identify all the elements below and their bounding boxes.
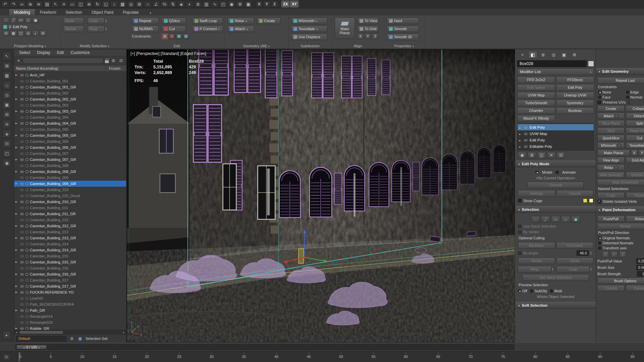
expand-arrow-icon[interactable] — [15, 134, 18, 137]
hide-unselected-button[interactable]: Hide Unselected — [597, 179, 644, 185]
constraint-option[interactable]: Normal — [626, 95, 644, 99]
paint-connect-icon[interactable]: ⊞ — [40, 31, 46, 36]
timeline-tick[interactable]: 20 — [145, 353, 149, 359]
expand-arrow-icon[interactable] — [15, 98, 18, 101]
planar-axis-button[interactable]: X — [631, 149, 638, 156]
conform-brush-icon[interactable]: ◎ — [25, 31, 32, 36]
revert-button[interactable]: Revert — [597, 223, 644, 229]
ribbon-group-label[interactable]: Align — [332, 43, 384, 49]
axis-constraint-button[interactable]: Y — [263, 1, 270, 7]
Carentan_Building_012[interactable]: Carentan_Building_012 — [14, 217, 126, 223]
expand-arrow-icon[interactable] — [15, 249, 18, 251]
ribbon-group-label[interactable]: Properties — [384, 43, 424, 49]
get-stack-selection-button[interactable]: Get Stack Selection — [523, 274, 589, 281]
expand-arrow-icon[interactable] — [15, 158, 18, 161]
filter-helpers-icon[interactable]: ⊞ — [3, 110, 11, 118]
grow-button[interactable]: Grow — [556, 257, 594, 264]
Carentan_Building_013[interactable]: Carentan_Building_013 — [14, 229, 126, 235]
make-unique-icon[interactable]: ◫ — [537, 152, 546, 159]
timeline-tick[interactable]: 70 — [469, 353, 473, 359]
create-button[interactable]: Create — [597, 105, 625, 112]
visibility-icon[interactable] — [20, 308, 24, 313]
modifier-enabled-icon[interactable] — [524, 138, 528, 142]
hide-selected-button[interactable]: Hide Selected — [597, 172, 625, 178]
Carentan_Building_012_GR[interactable]: Carentan_Building_012_GR — [14, 223, 126, 229]
cut-button[interactable]: Cut — [626, 135, 644, 141]
visibility-icon[interactable] — [20, 296, 24, 301]
constraint-option[interactable]: None — [598, 90, 625, 94]
relax-button[interactable]: Relax — [227, 17, 254, 24]
ribbon-tab[interactable]: Populate — [118, 9, 143, 15]
expand-arrow-icon[interactable] — [15, 309, 18, 312]
visibility-icon[interactable] — [20, 158, 24, 162]
cancel-button[interactable]: Cancel — [556, 190, 594, 197]
modifier-preset-button[interactable]: Edit Poly — [556, 84, 594, 91]
modifier-preset-button[interactable]: Edit Spline — [517, 84, 555, 91]
viewport[interactable]: x y z [+] [Perspective] [Standard] [Edge… — [127, 49, 515, 343]
timeline-tick[interactable]: 25 — [177, 353, 181, 359]
generate-topology-icon[interactable]: ▦ — [10, 31, 17, 36]
Carentan_Building_016_GR[interactable]: Carentan_Building_016_GR — [14, 271, 126, 277]
Carentan_Building_014_GR[interactable]: Carentan_Building_014_GR — [14, 247, 126, 253]
expand-arrow-icon[interactable] — [15, 122, 18, 125]
edit-poly-mode-rollout-header[interactable]: Edit Poly Mode — [516, 161, 596, 167]
vertex-subobject-icon[interactable]: ∴ — [531, 216, 540, 223]
ribbon-tab[interactable]: Freeform — [35, 9, 61, 15]
visibility-icon[interactable] — [20, 254, 24, 258]
time-slider-thumb[interactable]: 0 / 100 — [16, 345, 47, 349]
previous-frame-icon[interactable] — [23, 345, 24, 349]
commit-button[interactable]: Commit — [528, 182, 584, 188]
symmetry-tools-icon[interactable]: ◫ — [17, 31, 24, 36]
expand-arrow-icon[interactable] — [15, 74, 18, 76]
rendered-frame-icon[interactable]: ▣ — [245, 1, 252, 7]
Arch_HP[interactable]: Arch_HP — [14, 72, 126, 78]
visibility-icon[interactable] — [20, 176, 24, 180]
modifier-enabled-icon[interactable] — [524, 144, 528, 148]
rectangular-selection-icon[interactable]: ▭ — [68, 1, 76, 7]
visibility-icon[interactable] — [20, 115, 24, 120]
unhide-all-button[interactable]: Unhide All — [626, 172, 644, 178]
select-and-manipulate-icon[interactable]: ⊞ — [136, 1, 143, 7]
model-radio[interactable] — [535, 171, 539, 174]
bind-to-space-warp-icon[interactable]: ≋ — [35, 1, 43, 7]
viewport-3d-scene[interactable]: x y z — [127, 50, 515, 342]
expand-arrow-icon[interactable] — [519, 138, 522, 142]
ribbon-group-label[interactable]: Edit — [129, 43, 224, 49]
Carentan_Building_010_GR[interactable]: Carentan_Building_010_GR — [14, 199, 126, 205]
delete-isolated-verts-checkbox[interactable] — [597, 200, 601, 203]
preserve-uvs-checkbox[interactable] — [597, 101, 601, 104]
axis-plane-constraint-button[interactable]: XY — [290, 1, 299, 7]
settings-button[interactable]: Settings — [518, 190, 555, 197]
by-vertex-checkbox[interactable] — [518, 230, 522, 234]
select-and-link-icon[interactable]: ∞ — [18, 1, 26, 7]
visibility-icon[interactable] — [20, 109, 24, 114]
timeline-tick[interactable]: 55 — [371, 353, 375, 359]
align-axis-button[interactable]: X — [357, 34, 364, 39]
timeline-tick[interactable]: 45 — [307, 353, 311, 359]
filter-lights-icon[interactable]: ◎ — [3, 91, 11, 99]
constraint-normal-icon[interactable] — [183, 34, 189, 39]
view-align-button[interactable]: View Align — [597, 157, 625, 163]
angle-snap-icon[interactable]: ∠ — [152, 1, 160, 7]
ribbon-tab[interactable]: Object Paint — [87, 9, 118, 15]
scroll-right-icon[interactable]: ▸ — [121, 331, 126, 334]
paint-deformation-rollout-header[interactable]: Paint Deformation — [596, 206, 644, 213]
expand-arrow-icon[interactable] — [15, 110, 18, 113]
visibility-icon[interactable] — [20, 260, 24, 264]
collapse-all-icon[interactable] — [118, 58, 124, 63]
visibility-icon[interactable] — [20, 278, 24, 283]
visibility-icon[interactable] — [20, 230, 24, 234]
Carentan_Building_003_GR[interactable]: Carentan_Building_003_GR — [14, 108, 126, 114]
timeline-ruler[interactable]: ⊙ 0 5 10 15 20 25 30 35 40 45 — [0, 351, 644, 362]
Carentan_Building_007[interactable]: Carentan_Building_007 — [14, 150, 126, 157]
expand-arrow-icon[interactable] — [15, 327, 18, 330]
create-tab[interactable]: + — [518, 51, 527, 58]
loop-spinner[interactable] — [590, 267, 593, 271]
UVW Map[interactable]: UVW Map — [518, 130, 594, 137]
name-column-header[interactable]: Name (Sorted Ascending) — [16, 66, 58, 70]
element-subobject-icon[interactable]: ◼ — [571, 216, 580, 223]
Carentan_Building_016[interactable]: Carentan_Building_016 — [14, 265, 126, 271]
modifier-enabled-icon[interactable] — [524, 131, 528, 136]
selection-rollout-header[interactable]: Selection — [516, 206, 596, 213]
smooth-button[interactable]: Smooth — [387, 25, 419, 32]
